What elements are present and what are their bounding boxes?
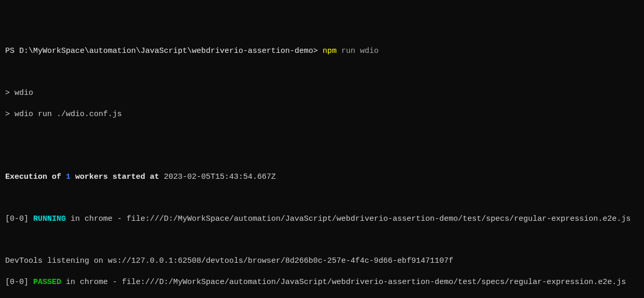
echo-line-1: > wdio (5, 88, 639, 98)
exec-prefix: Execution of (5, 173, 66, 181)
blank-line (5, 130, 639, 140)
prompt-gt: > (313, 47, 323, 55)
ps-prefix: PS (5, 47, 19, 55)
echo-line-2: > wdio run ./wdio.conf.js (5, 109, 639, 120)
exec-timestamp: 2023-02-05T15:43:54.667Z (159, 173, 276, 181)
command-npm: npm (323, 47, 341, 55)
worker-id: [0-0] (5, 278, 33, 287)
passed-status: PASSED (33, 278, 61, 287)
blank-line (5, 151, 639, 162)
exec-mid: workers started at (71, 173, 159, 181)
running-status: RUNNING (33, 215, 66, 223)
prompt-line-1[interactable]: PS D:\MyWorkSpace\automation\JavaScript\… (5, 46, 639, 56)
passed-line: [0-0] PASSED in chrome - file:///D:/MyWo… (5, 277, 639, 288)
exec-count: 1 (66, 173, 71, 181)
blank-line (5, 67, 639, 78)
command-args: run wdio (341, 47, 379, 55)
blank-line (5, 193, 639, 204)
blank-line (5, 235, 639, 246)
devtools-line: DevTools listening on ws://127.0.0.1:625… (5, 256, 639, 266)
running-line: [0-0] RUNNING in chrome - file:///D:/MyW… (5, 214, 639, 224)
worker-id: [0-0] (5, 215, 33, 223)
passed-detail: in chrome - file:///D:/MyWorkSpace/autom… (61, 278, 626, 287)
running-detail: in chrome - file:///D:/MyWorkSpace/autom… (66, 215, 631, 223)
execution-line: Execution of 1 workers started at 2023-0… (5, 172, 639, 182)
cwd-path: D:\MyWorkSpace\automation\JavaScript\web… (19, 47, 313, 55)
